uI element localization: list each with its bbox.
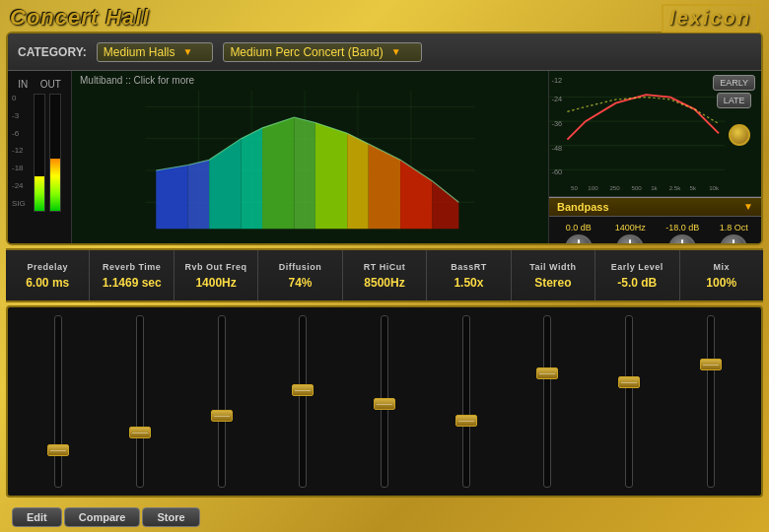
shelf-knob[interactable] xyxy=(668,234,696,245)
fader-7 xyxy=(507,315,589,488)
out-meter-fill xyxy=(50,159,60,211)
fader-9-track[interactable] xyxy=(707,315,715,488)
reverb-time-label: Reverb Time xyxy=(103,262,161,272)
out-label: OUT xyxy=(40,79,61,90)
param-rt-hicut[interactable]: RT HiCut 8500Hz xyxy=(343,250,427,300)
spectrum-display[interactable]: Multiband :: Click for more xyxy=(72,71,549,243)
scale-18: -18 xyxy=(12,164,26,172)
fader-9-thumb[interactable] xyxy=(700,359,722,370)
svg-text:500: 500 xyxy=(632,184,643,191)
app-title: Concert Hall xyxy=(10,5,150,31)
diffusion-value: 74% xyxy=(289,276,313,290)
faders-area xyxy=(6,305,763,498)
param-reverb-time[interactable]: Reverb Time 1.1469 sec xyxy=(90,250,174,300)
svg-marker-9 xyxy=(156,166,187,230)
svg-text:100: 100 xyxy=(588,184,598,191)
in-meter xyxy=(34,94,45,212)
band-value: 1.8 Oct xyxy=(720,223,748,233)
fader-4-thumb[interactable] xyxy=(292,384,314,396)
eq-knob-band: 1.8 Oct BAND xyxy=(720,223,748,245)
svg-text:50: 50 xyxy=(571,184,578,191)
main-container: Concert Hall lexicon CATEGORY: Medium Ha… xyxy=(0,0,769,532)
param-rvb-freq[interactable]: Rvb Out Freq 1400Hz xyxy=(175,250,258,300)
svg-text:5k: 5k xyxy=(690,184,697,191)
predelay-value: 6.00 ms xyxy=(26,276,69,290)
fader-3 xyxy=(180,315,262,488)
scale-12: -12 xyxy=(12,146,26,155)
param-tail-width[interactable]: Tail Width Stereo xyxy=(512,250,595,300)
bottom-toolbar: Edit Compare Store xyxy=(4,500,765,532)
param-mix[interactable]: Mix 100% xyxy=(680,250,763,300)
svg-text:-12: -12 xyxy=(551,76,562,85)
param-diffusion[interactable]: Diffusion 74% xyxy=(258,250,342,300)
bandpass-arrow-icon: ▼ xyxy=(743,201,753,212)
freq-knob[interactable] xyxy=(616,234,644,245)
spectrum-label: Multiband :: Click for more xyxy=(80,75,194,86)
late-button[interactable]: LATE xyxy=(717,93,752,108)
fader-6-thumb[interactable] xyxy=(455,415,477,427)
early-level-label: Early Level xyxy=(611,262,664,272)
svg-text:250: 250 xyxy=(609,184,620,191)
category-bar: CATEGORY: Medium Halls ▼ Medium Perc Con… xyxy=(8,33,761,71)
fader-4-track[interactable] xyxy=(299,315,307,488)
level-knob[interactable] xyxy=(565,234,593,245)
level-value: 0.0 dB xyxy=(566,223,592,233)
display-area: IN OUT 0 -3 -6 -12 -18 -24 SIG xyxy=(8,71,761,243)
fader-8-track[interactable] xyxy=(625,315,633,488)
eq-knobs-row: 0.0 dB LEVEL 1400Hz FREQ -18.0 dB SHELF xyxy=(549,217,761,245)
early-late-controls: EARLY LATE xyxy=(713,75,755,108)
scale-sig: SIG xyxy=(12,199,26,208)
param-early-level[interactable]: Early Level -5.0 dB xyxy=(595,250,679,300)
early-button[interactable]: EARLY xyxy=(713,75,755,91)
fader-1-track[interactable] xyxy=(54,315,62,488)
diffusion-label: Diffusion xyxy=(279,262,322,272)
svg-text:1k: 1k xyxy=(651,184,658,191)
fader-3-track[interactable] xyxy=(218,315,226,488)
brand-logo: lexicon xyxy=(662,4,759,33)
preset-arrow-icon: ▼ xyxy=(391,46,401,57)
fader-8-thumb[interactable] xyxy=(618,376,640,388)
fader-2-track[interactable] xyxy=(136,315,144,488)
svg-marker-19 xyxy=(432,181,458,229)
tail-width-label: Tail Width xyxy=(529,262,576,272)
fader-1 xyxy=(18,315,100,488)
param-predelay[interactable]: Predelay 6.00 ms xyxy=(6,250,90,300)
freq-value: 1400Hz xyxy=(615,223,646,233)
param-bassrt[interactable]: BassRT 1.50x xyxy=(427,250,511,300)
svg-marker-12 xyxy=(241,128,262,229)
bandpass-bar[interactable]: Bandpass ▼ xyxy=(549,197,761,217)
svg-text:-24: -24 xyxy=(551,95,562,103)
eq-display: -12 -24 -36 -48 -60 50 100 250 500 1k 2.… xyxy=(549,71,761,197)
rt-hicut-value: 8500Hz xyxy=(364,276,404,290)
plugin-body: CATEGORY: Medium Halls ▼ Medium Perc Con… xyxy=(6,32,763,245)
svg-text:10k: 10k xyxy=(709,184,720,191)
fader-5-track[interactable] xyxy=(381,315,388,488)
fader-6 xyxy=(425,315,507,488)
category-dropdown[interactable]: Medium Halls ▼ xyxy=(97,42,214,62)
compare-button[interactable]: Compare xyxy=(64,507,141,527)
fader-7-track[interactable] xyxy=(543,315,551,488)
fader-7-thumb[interactable] xyxy=(536,367,558,379)
fader-1-thumb[interactable] xyxy=(47,444,69,456)
scale-0: 0 xyxy=(12,94,26,102)
shelf-value: -18.0 dB xyxy=(665,223,699,233)
preset-dropdown[interactable]: Medium Perc Concert (Band) ▼ xyxy=(223,42,421,62)
svg-text:-48: -48 xyxy=(551,144,562,153)
early-late-knob[interactable] xyxy=(729,124,750,146)
fader-3-thumb[interactable] xyxy=(211,410,233,422)
store-button[interactable]: Store xyxy=(142,507,199,527)
svg-text:-36: -36 xyxy=(551,119,562,128)
fader-8 xyxy=(589,315,670,488)
fader-5-thumb[interactable] xyxy=(374,398,395,410)
fader-9 xyxy=(669,315,751,488)
band-knob[interactable] xyxy=(720,234,747,245)
out-meter xyxy=(49,94,61,212)
bandpass-label: Bandpass xyxy=(557,201,609,213)
fader-6-track[interactable] xyxy=(462,315,470,488)
eq-knob-level: 0.0 dB LEVEL xyxy=(562,223,594,245)
category-value: Medium Halls xyxy=(104,45,175,59)
in-label: IN xyxy=(18,79,28,90)
edit-button[interactable]: Edit xyxy=(12,507,62,527)
svg-marker-17 xyxy=(369,144,400,229)
fader-2-thumb[interactable] xyxy=(129,427,151,438)
